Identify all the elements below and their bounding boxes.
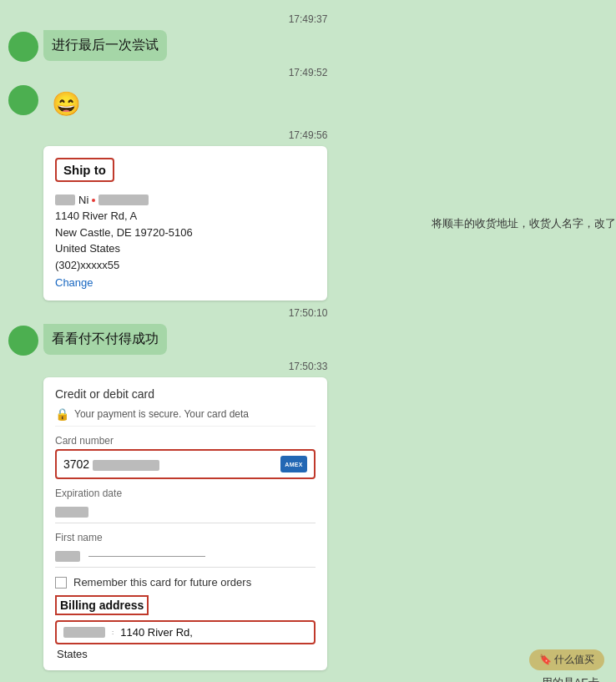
amex-badge: AMEX [280, 456, 307, 472]
billing-address-value: 1140 River Rd, [120, 626, 307, 639]
billing-blur [63, 627, 105, 638]
address-line-1: 1140 River Rd, A [55, 208, 316, 225]
expiry-group: Expiration date [55, 488, 316, 523]
timestamp-2: 17:49:52 [8, 67, 608, 78]
watermark-icon: 🔖 [539, 654, 552, 665]
ship-to-header-box: Ship to [55, 158, 114, 182]
watermark: 🔖 什么值买 [529, 649, 604, 670]
emoji-icon: 😄 [52, 91, 81, 117]
name-partial: Ni [78, 194, 88, 206]
ship-to-wrapper: Ship to Ni 1140 River Rd, A New Castle, … [8, 146, 608, 301]
firstname-label: First name [55, 532, 316, 543]
firstname-group: First name [55, 532, 316, 568]
message-row-1: 进行最后一次尝试 [8, 30, 608, 62]
secure-text: Your payment is secure. Your card deta [74, 408, 249, 420]
secure-notice: 🔒 Your payment is secure. Your card deta [55, 407, 316, 427]
name-blur-2 [98, 194, 149, 205]
bottom-note: 用的是AE卡 [542, 675, 599, 682]
card-number-label: Card number [55, 435, 316, 447]
billing-separator: : [112, 629, 114, 636]
side-note-1: 将顺丰的收货地址，收货人名字，改了 [432, 216, 616, 231]
timestamp-5: 17:50:33 [8, 361, 608, 372]
message-row-3: 看看付不付得成功 [8, 324, 608, 356]
address-name-row: Ni [55, 194, 316, 206]
card-number-blur [93, 460, 159, 471]
firstname-underline [88, 556, 205, 557]
watermark-text: 什么值买 [554, 654, 594, 665]
billing-row[interactable]: : 1140 River Rd, [55, 620, 316, 644]
billing-section: Billing address : 1140 River Rd, States [55, 595, 316, 660]
ship-to-card: Ship to Ni 1140 River Rd, A New Castle, … [43, 146, 327, 301]
name-blur-1 [55, 194, 75, 205]
bubble-1: 进行最后一次尝试 [43, 30, 167, 61]
payment-title: Credit or debit card [55, 387, 316, 401]
avatar-2 [8, 85, 38, 115]
message-text-2: 看看付不付得成功 [52, 331, 159, 346]
address-line-2: New Castle, DE 19720-5106 [55, 225, 316, 241]
remember-text: Remember this card for future orders [73, 576, 251, 589]
expiry-value-blur [55, 507, 88, 518]
remember-checkbox[interactable] [55, 577, 67, 589]
remember-row: Remember this card for future orders [55, 576, 316, 589]
lock-icon: 🔒 [55, 407, 69, 421]
bottom-row: 用的是AE卡 [8, 675, 608, 682]
bubble-2: 😄 [43, 83, 89, 124]
card-number-value: 3702 [63, 457, 275, 471]
address-phone: (302)xxxxx55 [55, 257, 316, 274]
chat-container: 17:49:37 进行最后一次尝试 17:49:52 😄 17:49:56 Sh… [0, 0, 616, 682]
card-number-field[interactable]: 3702 AMEX [55, 449, 316, 479]
bubble-3: 看看付不付得成功 [43, 324, 167, 355]
timestamp-1: 17:49:37 [8, 13, 608, 25]
card-prefix: 3702 [63, 457, 89, 471]
avatar-3 [8, 326, 38, 356]
billing-state: States [55, 648, 316, 660]
timestamp-3: 17:49:56 [8, 129, 608, 141]
card-number-group: Card number 3702 AMEX [55, 435, 316, 479]
ship-to-title: Ship to [63, 163, 106, 177]
firstname-field[interactable] [55, 546, 316, 568]
expiry-label: Expiration date [55, 488, 316, 499]
firstname-value-blur [55, 551, 80, 562]
address-line-3: United States [55, 240, 316, 257]
expiry-field[interactable] [55, 502, 316, 523]
message-text-1: 进行最后一次尝试 [52, 38, 159, 52]
avatar-1 [8, 32, 38, 62]
payment-card: Credit or debit card 🔒 Your payment is s… [43, 377, 327, 670]
change-link[interactable]: Change [55, 276, 93, 289]
billing-title: Billing address [55, 595, 149, 615]
timestamp-4: 17:50:10 [8, 307, 608, 319]
red-dot [92, 199, 95, 202]
message-row-2: 😄 [8, 83, 608, 124]
